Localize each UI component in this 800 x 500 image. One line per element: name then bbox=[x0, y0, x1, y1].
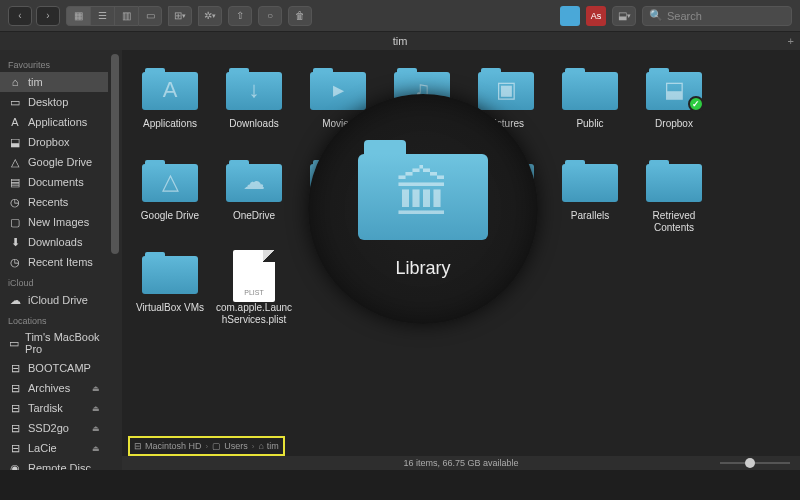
sidebar-item-bootcamp[interactable]: ⊟BOOTCAMP bbox=[0, 358, 108, 378]
eject-icon[interactable]: ⏏ bbox=[92, 404, 100, 413]
sidebar-item-desktop[interactable]: ▭Desktop bbox=[0, 92, 108, 112]
file-item[interactable]: AApplications bbox=[128, 60, 212, 152]
list-view-button[interactable]: ☰ bbox=[90, 6, 114, 26]
new-tab-button[interactable]: + bbox=[788, 32, 794, 50]
status-bar: 16 items, 66.75 GB available bbox=[122, 456, 800, 470]
file-item[interactable]: ⬓✓Dropbox bbox=[632, 60, 716, 152]
gallery-view-button[interactable]: ▭ bbox=[138, 6, 162, 26]
search-input[interactable]: 🔍 Search bbox=[642, 6, 792, 26]
sidebar-item-recent-items[interactable]: ◷Recent Items bbox=[0, 252, 108, 272]
disk-icon: ⊟ bbox=[8, 441, 22, 455]
path-separator: › bbox=[206, 442, 209, 451]
share-button[interactable]: ⇧ bbox=[228, 6, 252, 26]
sidebar-item-label: Documents bbox=[28, 176, 84, 188]
scrollbar-thumb[interactable] bbox=[111, 54, 119, 254]
sidebar-item-recents[interactable]: ◷Recents bbox=[0, 192, 108, 212]
sidebar-item-tim[interactable]: ⌂tim bbox=[0, 72, 108, 92]
gdrive-icon: △ bbox=[8, 155, 22, 169]
desktop-icon: ▭ bbox=[8, 95, 22, 109]
sidebar-item-new-images[interactable]: ▢New Images bbox=[0, 212, 108, 232]
sidebar-item-label: SSD2go bbox=[28, 422, 69, 434]
app-icon-1[interactable] bbox=[560, 6, 580, 26]
sidebar-item-label: Tardisk bbox=[28, 402, 63, 414]
path-bar: ⊟Macintosh HD›▢Users›⌂tim bbox=[122, 436, 800, 456]
folder-icon: ↓ bbox=[226, 66, 282, 114]
sidebar-item-label: BOOTCAMP bbox=[28, 362, 91, 374]
clock-icon: ◷ bbox=[8, 255, 22, 269]
folder-icon: ☁ bbox=[226, 158, 282, 206]
sidebar-item-downloads[interactable]: ⬇Downloads bbox=[0, 232, 108, 252]
sidebar-item-tim-s-macbook-pro[interactable]: ▭Tim's MacBook Pro bbox=[0, 328, 108, 358]
sidebar-item-label: Desktop bbox=[28, 96, 68, 108]
sidebar-item-google-drive[interactable]: △Google Drive bbox=[0, 152, 108, 172]
sidebar-item-label: Recent Items bbox=[28, 256, 93, 268]
sidebar-item-lacie[interactable]: ⊟LaCie⏏ bbox=[0, 438, 108, 458]
sidebar-item-icloud-drive[interactable]: ☁iCloud Drive bbox=[0, 290, 108, 310]
sidebar-item-documents[interactable]: ▤Documents bbox=[0, 172, 108, 192]
sidebar-item-label: Applications bbox=[28, 116, 87, 128]
file-item[interactable]: Public bbox=[548, 60, 632, 152]
search-placeholder: Search bbox=[667, 10, 702, 22]
sidebar-item-tardisk[interactable]: ⊟Tardisk⏏ bbox=[0, 398, 108, 418]
action-button[interactable]: ✲▾ bbox=[198, 6, 222, 26]
file-item[interactable]: Parallels bbox=[548, 152, 632, 244]
forward-button[interactable]: › bbox=[36, 6, 60, 26]
path-segment[interactable]: ▢Users bbox=[212, 441, 248, 451]
column-view-button[interactable]: ▥ bbox=[114, 6, 138, 26]
item-label: Parallels bbox=[571, 210, 609, 222]
path-bar-highlight: ⊟Macintosh HD›▢Users›⌂tim bbox=[128, 436, 285, 456]
item-label: Public bbox=[576, 118, 603, 130]
doc-icon: ▤ bbox=[8, 175, 22, 189]
zoom-slider[interactable] bbox=[720, 457, 790, 469]
home-icon: ⌂ bbox=[258, 441, 263, 451]
disk-icon: ⊟ bbox=[8, 401, 22, 415]
sidebar-item-archives[interactable]: ⊟Archives⏏ bbox=[0, 378, 108, 398]
sidebar-item-applications[interactable]: AApplications bbox=[0, 112, 108, 132]
delete-button[interactable]: 🗑 bbox=[288, 6, 312, 26]
item-label: Dropbox bbox=[655, 118, 693, 130]
sidebar-item-dropbox[interactable]: ⬓Dropbox bbox=[0, 132, 108, 152]
back-button[interactable]: ‹ bbox=[8, 6, 32, 26]
sidebar-scrollbar[interactable] bbox=[108, 50, 122, 470]
file-item[interactable]: VirtualBox VMs bbox=[128, 244, 212, 336]
content-area: AApplications↓Downloads▸Movies♫Music▣Pic… bbox=[122, 50, 800, 470]
file-item[interactable]: ☁OneDrive bbox=[212, 152, 296, 244]
folder-icon: △ bbox=[142, 158, 198, 206]
file-item[interactable]: Retrieved Contents bbox=[632, 152, 716, 244]
dropbox-icon: ⬓ bbox=[8, 135, 22, 149]
file-item[interactable]: PLISTcom.apple.LaunchServices.plist bbox=[212, 244, 296, 336]
clock-icon: ◷ bbox=[8, 195, 22, 209]
icon-view-button[interactable]: ▦ bbox=[66, 6, 90, 26]
folder-icon: ▢ bbox=[212, 441, 221, 451]
sidebar-section-header: Locations bbox=[0, 310, 108, 328]
tags-button[interactable]: ○ bbox=[258, 6, 282, 26]
eject-icon[interactable]: ⏏ bbox=[92, 444, 100, 453]
item-label: Google Drive bbox=[141, 210, 199, 222]
disk-icon: ⊟ bbox=[8, 421, 22, 435]
eject-icon[interactable]: ⏏ bbox=[92, 424, 100, 433]
file-item[interactable]: △Google Drive bbox=[128, 152, 212, 244]
view-mode-segmented: ▦ ☰ ▥ ▭ bbox=[66, 6, 162, 26]
status-text: 16 items, 66.75 GB available bbox=[403, 458, 518, 468]
file-item[interactable]: ↓Downloads bbox=[212, 60, 296, 152]
app-icon-2[interactable]: As bbox=[586, 6, 606, 26]
sidebar-section-header: Favourites bbox=[0, 54, 108, 72]
quicklook-magnifier: 🏛 Library bbox=[308, 94, 538, 324]
dropbox-menubar-button[interactable]: ⬓▾ bbox=[612, 6, 636, 26]
sidebar-item-ssd2go[interactable]: ⊟SSD2go⏏ bbox=[0, 418, 108, 438]
path-separator: › bbox=[252, 442, 255, 451]
sidebar-item-label: tim bbox=[28, 76, 43, 88]
folder-icon bbox=[562, 66, 618, 114]
sidebar-item-remote-disc[interactable]: ◉Remote Disc bbox=[0, 458, 108, 470]
eject-icon[interactable]: ⏏ bbox=[92, 384, 100, 393]
folder-icon: ▣ bbox=[478, 66, 534, 114]
cloud-icon: ☁ bbox=[8, 293, 22, 307]
path-segment[interactable]: ⊟Macintosh HD bbox=[134, 441, 202, 451]
folder-icon: ▢ bbox=[8, 215, 22, 229]
sidebar-item-label: iCloud Drive bbox=[28, 294, 88, 306]
search-icon: 🔍 bbox=[649, 9, 663, 22]
group-icon: ⊞ bbox=[174, 10, 182, 21]
sidebar-item-label: Remote Disc bbox=[28, 462, 91, 470]
group-button[interactable]: ⊞▾ bbox=[168, 6, 192, 26]
path-segment[interactable]: ⌂tim bbox=[258, 441, 278, 451]
